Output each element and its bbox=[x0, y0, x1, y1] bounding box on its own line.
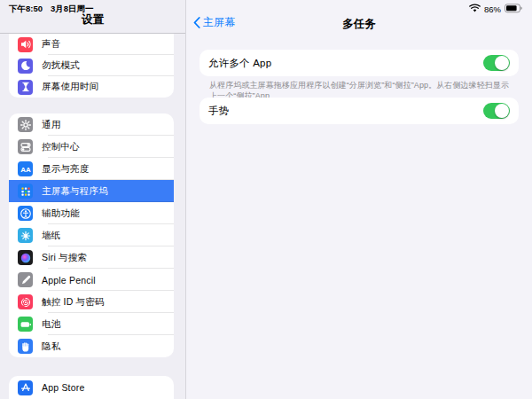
sidebar-item-accessibility[interactable]: 辅助功能 bbox=[9, 202, 174, 224]
setting-label: 手势 bbox=[208, 105, 229, 118]
hand-icon bbox=[18, 339, 33, 354]
sidebar-item-battery[interactable]: 电池 bbox=[9, 313, 174, 335]
sidebar-item-wallpaper[interactable]: 墙纸 bbox=[9, 224, 174, 246]
sidebar-item-label: 电池 bbox=[42, 318, 60, 331]
sidebar-item-do-not-disturb[interactable]: 勿扰模式 bbox=[9, 55, 174, 76]
sidebar-item-label: 主屏幕与程序坞 bbox=[42, 185, 108, 198]
sidebar-item-siri-search[interactable]: Siri 与搜索 bbox=[9, 246, 174, 269]
sidebar-item-general[interactable]: 通用 bbox=[9, 113, 174, 136]
fingerprint-icon bbox=[18, 294, 33, 309]
moon-icon bbox=[18, 59, 33, 74]
sidebar-item-label: 隐私 bbox=[42, 340, 60, 353]
status-bar: 下午8:50 3月8日周一 86% bbox=[0, 0, 532, 18]
sidebar-item-label: 勿扰模式 bbox=[42, 59, 80, 72]
siri-icon bbox=[18, 250, 33, 265]
sidebar-item-label: 墙纸 bbox=[42, 230, 60, 242]
page-title: 多任务 bbox=[186, 17, 532, 32]
sidebar-item-sounds[interactable]: 声音 bbox=[9, 34, 174, 55]
sidebar-item-app-store[interactable]: App Store bbox=[9, 376, 174, 399]
wallpaper-icon bbox=[18, 228, 33, 243]
sidebar-item-label: App Store bbox=[42, 382, 85, 393]
setting-label: 允许多个 App bbox=[208, 57, 271, 70]
control-center-icon bbox=[18, 139, 33, 154]
sidebar-item-label: Apple Pencil bbox=[42, 275, 96, 286]
battery-icon bbox=[505, 4, 523, 15]
battery-icon bbox=[18, 317, 33, 332]
accessibility-icon bbox=[18, 206, 33, 221]
toggle-knob bbox=[495, 56, 509, 70]
sidebar-item-label: Siri 与搜索 bbox=[42, 252, 87, 264]
svg-text:AA: AA bbox=[20, 165, 31, 173]
wifi-icon bbox=[469, 4, 481, 14]
hourglass-icon bbox=[18, 80, 33, 95]
gear-icon bbox=[18, 117, 33, 132]
sidebar-item-apple-pencil[interactable]: Apple Pencil bbox=[9, 269, 174, 291]
sidebar-item-label: 辅助功能 bbox=[42, 207, 80, 220]
home-dock-icon bbox=[18, 184, 33, 199]
sidebar-item-label: 控制中心 bbox=[42, 141, 80, 153]
sidebar-item-privacy[interactable]: 隐私 bbox=[9, 335, 174, 357]
settings-app-window: 下午8:50 3月8日周一 86% 设置 bbox=[0, 0, 532, 399]
speaker-icon bbox=[18, 37, 33, 52]
sidebar-item-control-center[interactable]: 控制中心 bbox=[9, 136, 174, 158]
pencil-icon bbox=[18, 272, 33, 287]
battery-percent: 86% bbox=[484, 4, 501, 14]
sidebar-group-3: App Store bbox=[9, 376, 174, 399]
status-time: 下午8:50 bbox=[9, 4, 43, 15]
sidebar-item-home-screen-dock[interactable]: 主屏幕与程序坞 bbox=[9, 180, 174, 202]
sidebar-item-display-brightness[interactable]: AA 显示与亮度 bbox=[9, 158, 174, 180]
toggle-allow-multiple-apps[interactable] bbox=[483, 55, 510, 71]
sidebar-group-1: 声音 勿扰模式 屏幕使用时间 bbox=[9, 34, 174, 98]
multitasking-pane: 主屏幕 多任务 允许多个 App 从程序坞或主屏幕拖移应用程序以创建“分屏浏览”… bbox=[186, 0, 532, 399]
toggle-gestures[interactable] bbox=[483, 103, 510, 119]
toggle-knob bbox=[495, 104, 509, 118]
setting-row-allow-multiple-apps: 允许多个 App bbox=[200, 50, 519, 76]
app-store-icon bbox=[18, 380, 33, 395]
setting-row-gestures: 手势 bbox=[200, 98, 519, 124]
sidebar-item-touch-id-passcode[interactable]: 触控 ID 与密码 bbox=[9, 291, 174, 313]
sidebar-item-label: 屏幕使用时间 bbox=[42, 81, 98, 93]
sidebar-item-label: 通用 bbox=[42, 119, 60, 131]
sidebar-item-label: 声音 bbox=[42, 38, 60, 51]
sidebar-item-label: 触控 ID 与密码 bbox=[42, 296, 105, 309]
brightness-icon: AA bbox=[18, 161, 33, 176]
sidebar-item-label: 显示与亮度 bbox=[42, 163, 90, 176]
status-date: 3月8日周一 bbox=[51, 4, 94, 15]
sidebar-group-2: 通用 控制中心 AA 显示与亮度 主屏幕与程序坞 辅助功能 墙纸 Siri 与搜… bbox=[9, 113, 174, 357]
settings-sidebar: 设置 声音 勿扰模式 屏幕使用时间 通用 控制中心 AA 显示与亮度 主屏幕与程… bbox=[0, 0, 186, 399]
sidebar-item-screen-time[interactable]: 屏幕使用时间 bbox=[9, 76, 174, 98]
